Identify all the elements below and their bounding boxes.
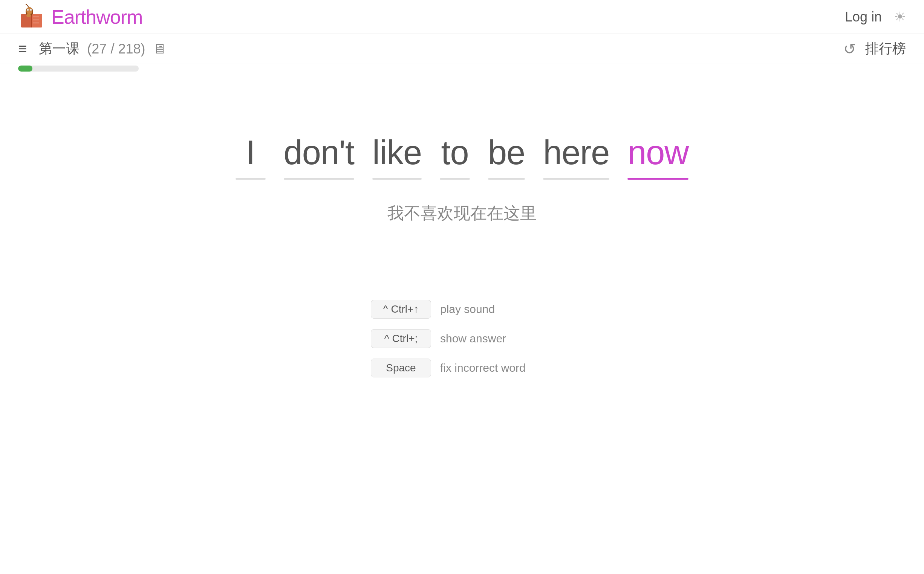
svg-point-7 <box>26 7 32 15</box>
word-block-now: now <box>627 133 689 180</box>
app-header: Earthworm Log in ☀ <box>0 0 924 34</box>
shortcut-row-show-answer: ^ Ctrl+; show answer <box>371 329 553 348</box>
app-title: Earthworm <box>51 6 142 28</box>
word-here: here <box>543 133 609 172</box>
word-like: like <box>372 133 422 172</box>
progress-bar-container <box>0 64 924 73</box>
lesson-title: 第一课 <box>39 39 79 58</box>
leaderboard-button[interactable]: 排行榜 <box>865 39 906 58</box>
translation: 我不喜欢现在在这里 <box>387 202 537 224</box>
svg-point-8 <box>26 14 31 17</box>
lesson-progress: (27 / 218) <box>87 41 145 57</box>
word-be: be <box>488 133 525 172</box>
word-underline-now <box>627 178 689 180</box>
shortcut-key-ctrl-up: ^ Ctrl+↑ <box>371 300 431 319</box>
ctrl-up-key-label: ^ Ctrl+↑ <box>383 303 419 315</box>
main-content: I don't like to be here now <box>0 73 924 377</box>
shortcut-key-ctrl-semicolon: ^ Ctrl+; <box>371 329 431 348</box>
word-block-here: here <box>543 133 609 180</box>
word-block-to: to <box>440 133 470 180</box>
shortcut-key-space: Space <box>371 359 431 377</box>
word-underline-to <box>440 178 470 180</box>
word-dont: don't <box>284 133 354 172</box>
word-underline-like <box>372 178 422 180</box>
word-block-I: I <box>235 133 266 180</box>
refresh-icon[interactable]: ↺ <box>843 40 856 58</box>
theme-toggle-button[interactable]: ☀ <box>894 9 906 25</box>
menu-icon[interactable]: ≡ <box>18 40 27 57</box>
shortcuts-container: ^ Ctrl+↑ play sound ^ Ctrl+; show answer… <box>371 300 553 377</box>
word-underline-I <box>235 178 266 180</box>
svg-point-11 <box>27 9 28 10</box>
word-underline-here <box>543 178 609 180</box>
svg-point-12 <box>30 9 31 10</box>
lesson-bar: ≡ 第一课 (27 / 218) 🖥 ↺ 排行榜 <box>0 34 924 64</box>
shortcut-label-fix-word: fix incorrect word <box>440 361 553 374</box>
word-block-be: be <box>488 133 525 180</box>
header-left: Earthworm <box>18 3 142 30</box>
progress-bar-track <box>18 66 139 72</box>
lesson-info: 第一课 (27 / 218) 🖥 <box>39 39 166 58</box>
word-block-like: like <box>372 133 422 180</box>
word-underline-dont <box>284 178 354 180</box>
logo-container: Earthworm <box>18 3 142 30</box>
shortcut-row-play-sound: ^ Ctrl+↑ play sound <box>371 300 553 319</box>
login-button[interactable]: Log in <box>845 9 882 25</box>
svg-point-13 <box>25 4 27 5</box>
logo-icon <box>18 3 45 30</box>
shortcut-label-show-answer: show answer <box>440 332 553 345</box>
header-right: Log in ☀ <box>845 9 906 25</box>
word-now: now <box>627 133 689 172</box>
lesson-bar-left: ≡ 第一课 (27 / 218) 🖥 <box>18 39 166 58</box>
progress-bar-fill <box>18 66 32 72</box>
svg-rect-2 <box>31 14 32 27</box>
word-to: to <box>441 133 468 172</box>
shortcut-label-play-sound: play sound <box>440 303 553 315</box>
calendar-icon[interactable]: 🖥 <box>153 41 166 57</box>
sentence-container: I don't like to be here now <box>235 133 689 180</box>
word-I: I <box>246 133 255 172</box>
ctrl-semicolon-key-label: ^ Ctrl+; <box>384 333 418 345</box>
sun-icon: ☀ <box>894 9 906 24</box>
word-underline-be <box>488 178 525 180</box>
word-block-dont: don't <box>284 133 354 180</box>
lesson-bar-right: ↺ 排行榜 <box>843 39 906 58</box>
shortcut-row-fix-word: Space fix incorrect word <box>371 359 553 377</box>
